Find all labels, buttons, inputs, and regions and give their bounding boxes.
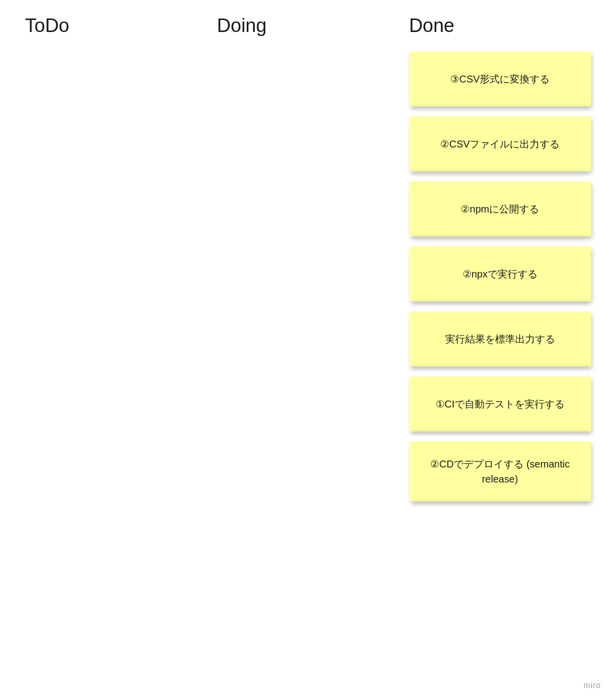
sticky-note-card-5[interactable]: 実行結果を標準出力する <box>409 312 591 366</box>
column-done: Done③CSV形式に変換する②CSVファイルに出力する②npmに公開する②np… <box>404 15 596 502</box>
sticky-note-card-3[interactable]: ②npmに公開する <box>409 182 591 236</box>
sticky-note-card-6[interactable]: ①CIで自動テストを実行する <box>409 376 591 432</box>
sticky-note-card-1[interactable]: ③CSV形式に変換する <box>409 52 591 106</box>
column-todo: ToDo <box>20 15 212 502</box>
sticky-note-card-7[interactable]: ②CDでデプロイする (semantic release) <box>409 442 591 502</box>
column-header-done: Done <box>404 15 596 36</box>
column-doing: Doing <box>212 15 404 502</box>
sticky-note-card-2[interactable]: ②CSVファイルに出力する <box>409 116 591 172</box>
kanban-board: ToDoDoingDone③CSV形式に変換する②CSVファイルに出力する②np… <box>0 0 616 516</box>
sticky-note-card-4[interactable]: ②npxで実行する <box>409 246 591 302</box>
column-header-doing: Doing <box>212 15 404 36</box>
miro-watermark: miro <box>584 681 601 690</box>
column-header-todo: ToDo <box>20 15 212 36</box>
column-cards-done: ③CSV形式に変換する②CSVファイルに出力する②npmに公開する②npxで実行… <box>404 52 596 502</box>
